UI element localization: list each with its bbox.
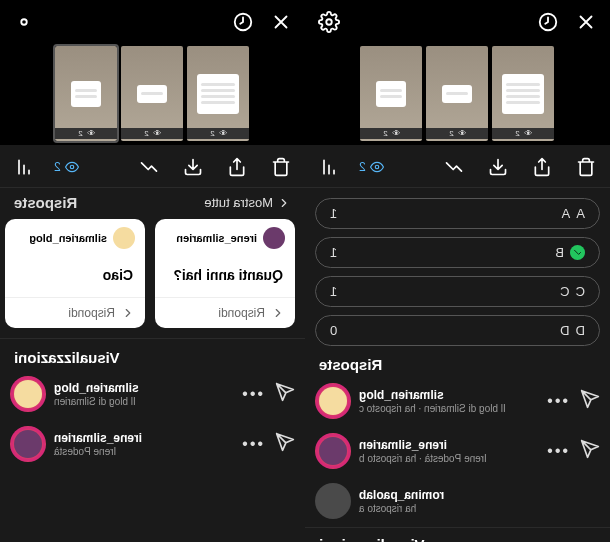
question-card[interactable]: silmarien_blog Ciao Rispondi <box>5 219 145 328</box>
trash-icon[interactable] <box>267 153 295 181</box>
svg-point-2 <box>375 165 379 169</box>
action-toolbar: 2 <box>0 145 305 188</box>
response-row[interactable]: romina_paolabha risposto a <box>315 483 600 519</box>
risposte-heading: Risposte <box>305 346 610 379</box>
response-row[interactable]: ••• silmarien_blogIl blog di Silmarien ·… <box>315 383 600 419</box>
topbar <box>0 0 305 44</box>
risposte-heading: Risposte <box>14 194 77 211</box>
send-icon[interactable] <box>275 382 295 406</box>
more-icon[interactable]: ••• <box>240 435 263 453</box>
poll-option[interactable]: CC 1 <box>315 276 600 307</box>
poll-options: AA 1 B 1 CC 1 DD 0 <box>305 188 610 346</box>
question-text: Ciao <box>5 257 145 297</box>
chevron-left-icon <box>121 306 135 320</box>
views-count[interactable]: 2 <box>54 160 79 174</box>
response-row[interactable]: ••• irene_silmarienIrene Podestà · ha ri… <box>315 433 600 469</box>
avatar[interactable] <box>315 383 351 419</box>
more-icon[interactable]: ••• <box>545 392 568 410</box>
svg-point-5 <box>70 165 74 169</box>
topbar <box>305 0 610 44</box>
avatar[interactable] <box>315 433 351 469</box>
close-icon[interactable] <box>267 8 295 36</box>
story-thumb[interactable]: 👁2 <box>122 46 184 141</box>
download-icon[interactable] <box>484 153 512 181</box>
reply-button[interactable]: Rispondi <box>155 297 295 328</box>
highlight-icon[interactable] <box>534 8 562 36</box>
share-icon[interactable] <box>528 153 556 181</box>
story-thumb[interactable]: 👁2 <box>493 46 555 141</box>
chevron-left-icon <box>271 306 285 320</box>
story-thumb[interactable]: 👁2 <box>56 46 118 141</box>
avatar[interactable] <box>10 376 46 412</box>
avatar <box>113 227 135 249</box>
send-icon[interactable] <box>580 439 600 463</box>
settings-icon[interactable] <box>315 8 343 36</box>
story-thumb[interactable]: 👁2 <box>188 46 250 141</box>
avatar <box>263 227 285 249</box>
viewers-list: ••• silmarien_blogIl blog di Silmarien •… <box>0 372 305 462</box>
stories-thumbnails: 👁2 👁2 👁2 <box>0 44 305 145</box>
poll-option[interactable]: AA 1 <box>315 198 600 229</box>
avatar[interactable] <box>315 483 351 519</box>
send-icon[interactable] <box>580 389 600 413</box>
chevron-left-icon <box>277 196 291 210</box>
svg-point-1 <box>326 19 332 25</box>
promote-icon[interactable] <box>135 153 163 181</box>
left-panel: 👁2 👁2 👁2 2 AA 1 <box>305 0 610 542</box>
visualizzazioni-heading: Visualizzazioni <box>0 338 305 372</box>
viewer-row[interactable]: ••• silmarien_blogIl blog di Silmarien <box>10 376 295 412</box>
reply-button[interactable]: Rispondi <box>5 297 145 328</box>
promote-icon[interactable] <box>440 153 468 181</box>
show-all-row[interactable]: Mostra tutte Risposte <box>0 188 305 213</box>
share-icon[interactable] <box>223 153 251 181</box>
highlight-icon[interactable] <box>229 8 257 36</box>
right-panel: 👁2 👁2 👁2 2 Mostra tutte <box>0 0 305 542</box>
question-text: Quanti anni hai? <box>155 257 295 297</box>
question-cards: irene_silmarien Quanti anni hai? Rispond… <box>0 213 305 332</box>
check-icon <box>570 245 585 260</box>
send-icon[interactable] <box>275 432 295 456</box>
story-thumb[interactable]: 👁2 <box>361 46 423 141</box>
visualizzazioni-heading: Visualizzazioni <box>305 527 610 542</box>
stats-icon[interactable] <box>315 153 343 181</box>
svg-point-4 <box>21 19 27 25</box>
avatar[interactable] <box>10 426 46 462</box>
stats-icon[interactable] <box>10 153 38 181</box>
download-icon[interactable] <box>179 153 207 181</box>
more-icon[interactable]: ••• <box>545 442 568 460</box>
story-thumb[interactable]: 👁2 <box>427 46 489 141</box>
more-icon[interactable]: ••• <box>240 385 263 403</box>
stories-thumbnails: 👁2 👁2 👁2 <box>305 44 610 145</box>
question-card[interactable]: irene_silmarien Quanti anni hai? Rispond… <box>155 219 295 328</box>
trash-icon[interactable] <box>572 153 600 181</box>
action-toolbar: 2 <box>305 145 610 188</box>
poll-option[interactable]: DD 0 <box>315 315 600 346</box>
settings-icon[interactable] <box>10 8 38 36</box>
close-icon[interactable] <box>572 8 600 36</box>
responses-list: ••• silmarien_blogIl blog di Silmarien ·… <box>305 379 610 519</box>
views-count[interactable]: 2 <box>359 160 384 174</box>
viewer-row[interactable]: ••• irene_silmarienIrene Podestà <box>10 426 295 462</box>
poll-option[interactable]: B 1 <box>315 237 600 268</box>
